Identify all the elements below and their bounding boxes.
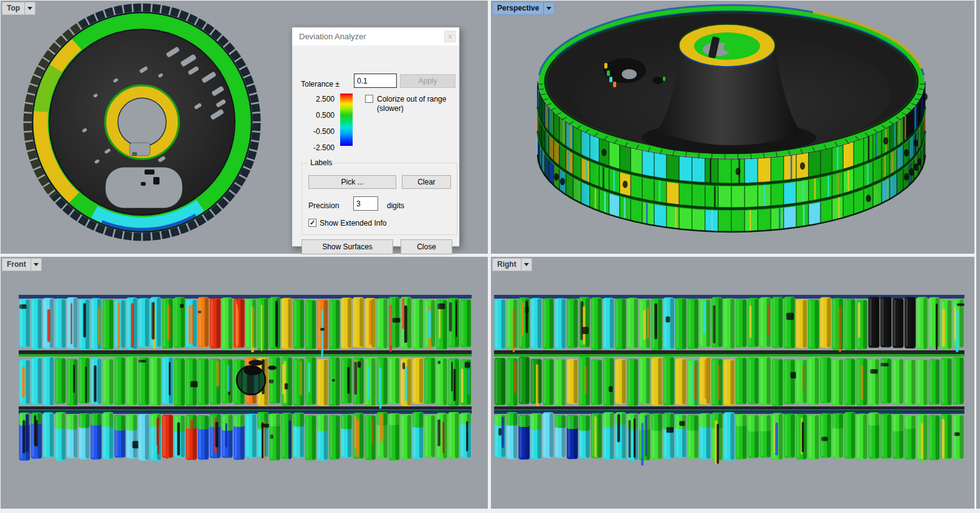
scale-label-low: -0.500 xyxy=(297,127,335,136)
viewport-menu-button-front[interactable] xyxy=(31,259,41,271)
viewport-title-top[interactable]: Top xyxy=(2,2,24,14)
precision-label: Precision xyxy=(308,201,339,210)
viewport-title-perspective[interactable]: Perspective xyxy=(493,2,543,14)
colorize-label-2: (slower) xyxy=(377,104,404,113)
clear-button[interactable]: Clear xyxy=(402,175,451,189)
viewport-menu-button-top[interactable] xyxy=(25,2,35,14)
viewport-title-front[interactable]: Front xyxy=(2,259,31,271)
deviation-analyzer-dialog: Deviation Analyzer x Tolerance ± Apply 2… xyxy=(292,27,460,247)
dialog-titlebar[interactable]: Deviation Analyzer x xyxy=(292,27,459,46)
dialog-title: Deviation Analyzer xyxy=(299,32,366,41)
labels-group-title: Labels xyxy=(308,158,335,167)
chevron-down-icon xyxy=(524,263,529,266)
chevron-down-icon xyxy=(546,7,551,10)
close-button[interactable]: Close xyxy=(401,239,452,254)
chevron-down-icon xyxy=(27,7,32,10)
pick-button[interactable]: Pick ... xyxy=(308,175,396,189)
front-viewport-canvas[interactable] xyxy=(1,257,488,509)
deviation-color-scale xyxy=(340,93,353,146)
show-extended-info-label: Show Extended Info xyxy=(320,219,386,228)
viewport-front: Front xyxy=(1,257,488,509)
tolerance-label: Tolerance ± xyxy=(301,80,340,89)
colorize-label: Colorize out of range xyxy=(377,95,446,103)
viewport-tab-front[interactable]: Front xyxy=(2,258,42,271)
viewport-menu-button-right[interactable] xyxy=(521,259,531,271)
apply-button[interactable]: Apply xyxy=(400,74,455,88)
viewport-tab-perspective[interactable]: Perspective xyxy=(492,2,554,15)
viewport-right: Right xyxy=(491,257,974,509)
digits-label: digits xyxy=(387,201,404,210)
scale-label-min: -2.500 xyxy=(297,143,335,152)
viewport-menu-button-perspective[interactable] xyxy=(544,2,554,14)
viewport-tab-top[interactable]: Top xyxy=(2,2,36,15)
window-edge-strip xyxy=(976,0,980,509)
right-viewport-canvas[interactable] xyxy=(491,257,974,509)
dialog-close-icon[interactable]: x xyxy=(444,31,456,42)
dialog-body: Tolerance ± Apply 2.500 0.500 -0.500 -2.… xyxy=(292,46,459,246)
viewport-perspective: Perspective xyxy=(491,1,974,254)
perspective-viewport-canvas[interactable] xyxy=(491,1,974,254)
labels-group: Labels Pick ... Clear Precision digits ✓… xyxy=(302,163,457,235)
checkmark-icon: ✓ xyxy=(309,219,316,226)
show-extended-info-checkbox[interactable]: ✓ xyxy=(308,219,316,227)
precision-input[interactable] xyxy=(353,196,378,211)
viewport-title-right[interactable]: Right xyxy=(493,259,521,271)
viewport-tab-right[interactable]: Right xyxy=(492,258,532,271)
cad-workspace: Top Perspective Front Right xyxy=(0,0,980,513)
scale-label-high: 0.500 xyxy=(297,111,335,120)
colorize-checkbox[interactable] xyxy=(365,95,373,103)
tolerance-input[interactable] xyxy=(354,74,397,88)
chevron-down-icon xyxy=(34,263,39,266)
scale-label-max: 2.500 xyxy=(297,95,335,103)
show-surfaces-button[interactable]: Show Surfaces xyxy=(302,239,393,254)
